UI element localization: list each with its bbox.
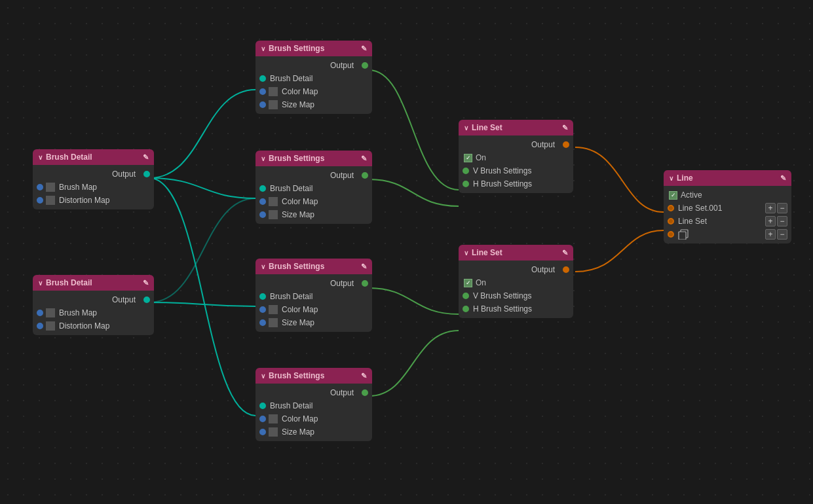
distortion-map-socket[interactable] [37, 197, 43, 204]
distortion-map-row: Distortion Map [33, 194, 154, 207]
brush-settings-4-node: ∨ Brush Settings ✎ Output Brush Detail C… [255, 368, 372, 441]
output-socket[interactable] [563, 266, 569, 273]
v-brush-settings-label: V Brush Settings [473, 166, 531, 175]
line-set-001-socket[interactable] [668, 205, 674, 211]
edit-icon[interactable]: ✎ [361, 262, 367, 271]
line-set-socket[interactable] [668, 218, 674, 225]
distortion-map-socket[interactable] [37, 323, 43, 329]
size-map-row: Size Map [255, 98, 372, 111]
size-map-swatch [269, 427, 278, 437]
output-row: Output [255, 277, 372, 290]
on-checkbox[interactable] [464, 279, 472, 287]
size-map-socket[interactable] [259, 429, 266, 435]
distortion-map-row: Distortion Map [33, 319, 154, 333]
node-title: Brush Settings [269, 262, 324, 271]
line-set-remove[interactable]: − [777, 216, 787, 226]
output-label: Output [112, 170, 136, 179]
color-map-socket[interactable] [259, 416, 266, 422]
node-title: Brush Detail [46, 278, 92, 287]
line-set-1-header: ∨ Line Set ✎ [459, 120, 573, 135]
line-set-add[interactable]: + [765, 216, 776, 226]
size-map-socket[interactable] [259, 101, 266, 108]
brush-settings-3-header: ∨ Brush Settings ✎ [255, 259, 372, 274]
edit-icon[interactable]: ✎ [361, 45, 367, 53]
output-row: Output [459, 263, 573, 276]
brush-map-socket[interactable] [37, 184, 43, 190]
brush-map-row: Brush Map [33, 306, 154, 319]
brush-settings-2-header: ∨ Brush Settings ✎ [255, 151, 372, 166]
collapse-icon[interactable]: ∨ [464, 124, 468, 132]
collapse-icon[interactable]: ∨ [38, 154, 43, 161]
active-checkbox-row: Active [664, 189, 791, 202]
edit-icon[interactable]: ✎ [562, 124, 568, 132]
brush-settings-1-node: ∨ Brush Settings ✎ Output Brush Detail C… [255, 41, 372, 114]
copy-remove[interactable]: − [777, 229, 787, 240]
collapse-icon[interactable]: ∨ [261, 155, 265, 162]
h-brush-settings-label: H Brush Settings [473, 304, 532, 314]
edit-icon[interactable]: ✎ [143, 153, 149, 162]
edit-icon[interactable]: ✎ [780, 174, 786, 183]
on-checkbox-row: On [459, 276, 573, 289]
copy-icon-area [678, 229, 765, 240]
brush-settings-4-header: ∨ Brush Settings ✎ [255, 368, 372, 384]
color-map-socket[interactable] [259, 306, 266, 313]
collapse-icon[interactable]: ∨ [261, 372, 265, 380]
output-socket[interactable] [143, 171, 150, 177]
brush-map-row: Brush Map [33, 181, 154, 194]
output-socket[interactable] [362, 389, 368, 396]
brush-detail-socket[interactable] [259, 293, 266, 300]
line-set-001-add[interactable]: + [765, 203, 776, 213]
collapse-icon[interactable]: ∨ [464, 249, 468, 257]
color-map-socket[interactable] [259, 198, 266, 205]
node-title: Line [677, 173, 693, 183]
brush-detail-socket[interactable] [259, 403, 266, 409]
v-brush-settings-socket[interactable] [463, 293, 469, 299]
collapse-icon[interactable]: ∨ [261, 45, 265, 52]
collapse-icon[interactable]: ∨ [669, 175, 673, 182]
node-body: Active Line Set.001 + − Line Set + − [664, 186, 791, 243]
h-brush-settings-socket[interactable] [463, 306, 469, 312]
copy-socket[interactable] [668, 231, 674, 238]
edit-icon[interactable]: ✎ [562, 249, 568, 257]
output-row: Output [255, 386, 372, 399]
edit-icon[interactable]: ✎ [143, 279, 149, 287]
output-label: Output [531, 140, 555, 149]
collapse-icon[interactable]: ∨ [261, 263, 265, 270]
brush-detail-socket[interactable] [259, 75, 266, 82]
output-socket[interactable] [143, 297, 150, 303]
brush-detail-socket[interactable] [259, 185, 266, 192]
output-row: Output [459, 138, 573, 151]
output-label: Output [112, 295, 136, 304]
collapse-icon[interactable]: ∨ [38, 279, 43, 287]
brush-detail-bottom-header: ∨ Brush Detail ✎ [33, 275, 154, 291]
size-map-label: Size Map [282, 318, 314, 327]
h-brush-settings-row: H Brush Settings [459, 302, 573, 315]
edit-icon[interactable]: ✎ [361, 154, 367, 163]
v-brush-settings-socket[interactable] [463, 168, 469, 174]
on-checkbox-row: On [459, 151, 573, 164]
size-map-label: Size Map [282, 210, 314, 219]
color-map-label: Color Map [282, 87, 318, 96]
edit-icon[interactable]: ✎ [361, 372, 367, 380]
line-set-001-remove[interactable]: − [777, 203, 787, 213]
output-socket[interactable] [362, 280, 368, 287]
active-checkbox[interactable] [669, 191, 677, 200]
on-checkbox[interactable] [464, 154, 472, 162]
output-socket[interactable] [362, 172, 368, 179]
color-map-swatch [269, 87, 278, 96]
v-brush-settings-row: V Brush Settings [459, 164, 573, 177]
copy-add[interactable]: + [765, 229, 776, 240]
brush-map-socket[interactable] [37, 310, 43, 316]
color-map-socket[interactable] [259, 88, 266, 95]
output-socket[interactable] [362, 62, 368, 69]
size-map-socket[interactable] [259, 319, 266, 326]
brush-detail-top-node: ∨ Brush Detail ✎ Output Brush Map Distor… [33, 149, 154, 209]
h-brush-settings-socket[interactable] [463, 181, 469, 187]
node-title: Brush Settings [269, 44, 324, 53]
brush-map-swatch [46, 308, 55, 317]
size-map-socket[interactable] [259, 211, 266, 218]
node-body: Output On V Brush Settings H Brush Setti… [459, 135, 573, 193]
output-socket[interactable] [563, 141, 569, 148]
output-label: Output [330, 61, 354, 70]
brush-detail-row: Brush Detail [255, 399, 372, 412]
